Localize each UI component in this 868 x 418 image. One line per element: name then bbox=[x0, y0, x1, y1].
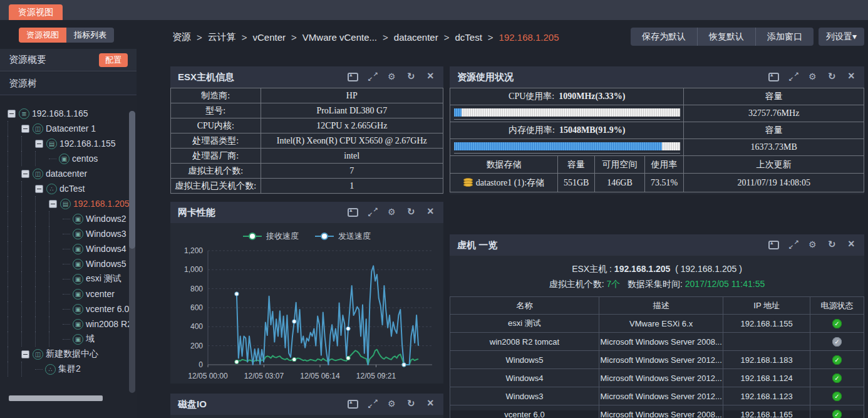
tree-expander-icon[interactable] bbox=[21, 125, 29, 133]
tree-horizontal-scrollbar[interactable] bbox=[9, 395, 103, 401]
legend-item-接收速度[interactable]: 接收速度 bbox=[243, 231, 299, 242]
breadcrumb-item[interactable]: 192.168.1.205 bbox=[499, 32, 559, 43]
breadcrumb-item[interactable]: VMware vCente... bbox=[302, 32, 377, 43]
vm-desc-cell: Microsoft Windows Server 2008... bbox=[599, 405, 723, 418]
collapse-icon[interactable] bbox=[768, 73, 779, 81]
tree-node-域[interactable]: ▣域 bbox=[0, 332, 130, 347]
close-icon[interactable] bbox=[426, 400, 436, 409]
tree-node-datacenter[interactable]: ◫datacenter bbox=[0, 166, 130, 181]
tree-expander-icon[interactable] bbox=[35, 185, 43, 193]
vm-name-cell: vcenter 6.0 bbox=[450, 405, 599, 418]
tree-node-新建数据中心[interactable]: ◫新建数据中心 bbox=[0, 347, 130, 362]
tree-node-windows4[interactable]: ▣Windows4 bbox=[0, 241, 130, 256]
tab-metric-list[interactable]: 指标列表 bbox=[66, 28, 114, 43]
collapse-icon[interactable] bbox=[348, 400, 358, 409]
settings-icon[interactable] bbox=[388, 208, 397, 217]
tab-resource-view[interactable]: 资源视图 bbox=[19, 28, 66, 43]
fullscreen-icon[interactable] bbox=[789, 241, 798, 249]
tree-node-windows3[interactable]: ▣Windows3 bbox=[0, 226, 130, 241]
tree-guide bbox=[8, 347, 21, 362]
breadcrumb-item[interactable]: datacenter bbox=[394, 32, 438, 43]
breadcrumb-item[interactable]: dcTest bbox=[455, 32, 482, 43]
tree-node-label: 192.168.1.165 bbox=[32, 108, 88, 118]
tree-node-esxi-测试[interactable]: ▣esxi 测试 bbox=[0, 271, 130, 286]
add-window-button[interactable]: 添加窗口 bbox=[755, 28, 814, 46]
tree-node-vcenter-6.0[interactable]: ▣vcenter 6.0 bbox=[0, 301, 130, 316]
refresh-icon[interactable] bbox=[828, 73, 837, 81]
settings-icon[interactable] bbox=[809, 73, 818, 81]
refresh-icon[interactable] bbox=[407, 400, 416, 409]
panel-vm-list: 虚机 一览 ESX主机 : 192.168.1.205 ( 192.168.1.… bbox=[450, 234, 864, 410]
tree-vertical-scrollbar[interactable] bbox=[129, 111, 135, 393]
tree-node-192.168.1.205[interactable]: ▤192.168.1.205 bbox=[0, 196, 130, 211]
vm-table-row[interactable]: esxi 测试VMware ESXi 6.x192.168.1.155 bbox=[450, 315, 864, 333]
column-settings-button[interactable]: 列设置▾ bbox=[819, 28, 864, 46]
tree-expander-icon[interactable] bbox=[21, 350, 29, 358]
refresh-icon[interactable] bbox=[828, 241, 837, 249]
refresh-icon[interactable] bbox=[407, 208, 416, 217]
tree-node-192.168.1.165[interactable]: ≣192.168.1.165 bbox=[0, 106, 130, 121]
settings-icon[interactable] bbox=[388, 73, 397, 81]
close-icon[interactable] bbox=[847, 73, 857, 81]
tree-expander-icon[interactable] bbox=[8, 110, 16, 118]
vm-table-row[interactable]: Windows4Microsoft Windows Server 2012...… bbox=[450, 369, 864, 387]
tab-resource-view-top[interactable]: 资源视图 bbox=[9, 4, 63, 20]
vm-power-cell bbox=[810, 405, 864, 418]
datastore-name-cell: datastore1 (1):存储 bbox=[450, 174, 558, 192]
save-as-default-button[interactable]: 保存为默认 bbox=[631, 28, 697, 46]
restore-default-button[interactable]: 恢复默认 bbox=[697, 28, 755, 46]
tree-guide bbox=[21, 286, 35, 301]
tree-node-win2008-r2-tomcat[interactable]: ▣win2008 R2 tomcat bbox=[0, 316, 130, 332]
fullscreen-icon[interactable] bbox=[368, 73, 378, 81]
close-icon[interactable] bbox=[847, 241, 857, 249]
nic-chart-svg: 02004006008001,0001,20012/05 00:0012/05 … bbox=[174, 244, 440, 384]
vm-table-row[interactable]: vcenter 6.0Microsoft Windows Server 2008… bbox=[450, 405, 864, 418]
close-icon[interactable] bbox=[426, 208, 436, 217]
memory-usage-label: 内存使用率: 15048MB(91.9%) bbox=[450, 122, 684, 139]
tree-guide bbox=[21, 241, 35, 256]
datastore-header-cell: 上次更新 bbox=[684, 156, 864, 174]
power-status-on-icon bbox=[832, 374, 842, 383]
tree-node-centos[interactable]: ▣centos bbox=[0, 151, 130, 166]
tree-expander-icon[interactable] bbox=[21, 170, 29, 178]
collapse-icon[interactable] bbox=[348, 208, 358, 217]
tree-guide bbox=[35, 241, 49, 256]
settings-icon[interactable] bbox=[388, 400, 397, 409]
cluster-icon: ∴ bbox=[45, 364, 56, 375]
refresh-icon[interactable] bbox=[407, 73, 416, 81]
tree-node-vcenter[interactable]: ▣vcenter bbox=[0, 286, 130, 301]
tree-guide bbox=[21, 271, 35, 286]
legend-item-发送速度[interactable]: 发送速度 bbox=[315, 231, 371, 242]
power-status-on-icon bbox=[832, 392, 842, 401]
collapse-icon[interactable] bbox=[348, 73, 358, 81]
tree-expander-icon[interactable] bbox=[35, 140, 43, 148]
tree-node-dctest[interactable]: ∴dcTest bbox=[0, 181, 130, 196]
close-icon[interactable] bbox=[426, 73, 436, 81]
tree-node-label: vcenter bbox=[86, 289, 115, 299]
tree-expander-icon[interactable] bbox=[49, 200, 57, 208]
vm-table-row[interactable]: Windows5Microsoft Windows Server 2012...… bbox=[450, 351, 864, 369]
tree-node-192.168.1.155[interactable]: ▤192.168.1.155 bbox=[0, 136, 130, 151]
fullscreen-icon[interactable] bbox=[368, 208, 378, 217]
breadcrumb-item[interactable]: 资源 bbox=[172, 31, 191, 43]
tree-node-集群2[interactable]: ∴集群2 bbox=[0, 362, 130, 377]
configure-button[interactable]: 配置 bbox=[99, 53, 128, 67]
power-status-off-icon bbox=[832, 337, 842, 347]
tree-vscroll-thumb[interactable] bbox=[129, 111, 135, 249]
memory-bar-fill bbox=[454, 142, 662, 150]
memory-usage-bar bbox=[454, 142, 680, 150]
tree-node-windows2[interactable]: ▣Windows2 bbox=[0, 211, 130, 226]
vm-table-row[interactable]: Windows3Microsoft Windows Server 2012...… bbox=[450, 387, 864, 405]
settings-icon[interactable] bbox=[809, 241, 818, 249]
tree-node-datacenter-1[interactable]: ◫Datacenter 1 bbox=[0, 121, 130, 136]
tree-guide bbox=[49, 241, 63, 256]
collapse-icon[interactable] bbox=[768, 241, 779, 249]
fullscreen-icon[interactable] bbox=[789, 73, 798, 81]
breadcrumb-item[interactable]: vCenter bbox=[253, 32, 286, 43]
fullscreen-icon[interactable] bbox=[368, 400, 378, 409]
vm-table-row[interactable]: win2008 R2 tomcatMicrosoft Windows Serve… bbox=[450, 333, 864, 351]
panel-disk-header: 磁盘IO bbox=[170, 394, 443, 415]
tree-guide bbox=[8, 256, 21, 271]
tree-node-windows5[interactable]: ▣Windows5 bbox=[0, 256, 130, 271]
breadcrumb-item[interactable]: 云计算 bbox=[208, 31, 236, 43]
